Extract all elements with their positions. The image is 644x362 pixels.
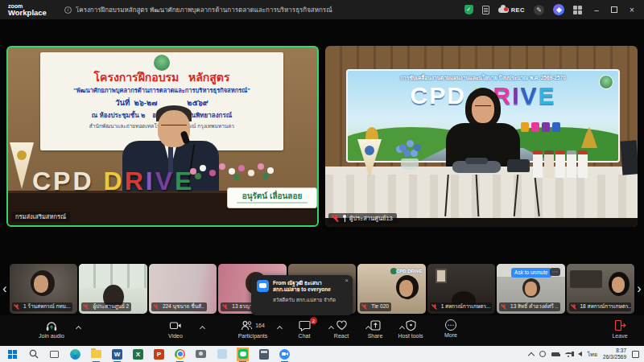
cloud-recording-icon: [498, 7, 509, 13]
more-button[interactable]: ⋯ More: [428, 319, 473, 338]
start-button[interactable]: [6, 348, 19, 360]
participant-name-label: กรมส่งเสริมสหกรณ์: [11, 212, 70, 222]
participant-thumbnail[interactable]: 224 นุชนาถ ชื่นสั..: [149, 264, 217, 314]
meeting-info-doc-icon[interactable]: [482, 6, 489, 14]
taskbar-clock[interactable]: 8:37 26/3/2569: [603, 348, 626, 360]
titlebar: zoom Workplace i โครงการฝึกอบรมหลักสูตร …: [0, 0, 644, 19]
muted-mic-icon: [154, 304, 159, 310]
muted-mic-icon: [223, 304, 229, 310]
excel-icon[interactable]: X: [132, 348, 144, 360]
ai-companion-icon[interactable]: [553, 4, 564, 15]
chrome-icon[interactable]: [174, 348, 186, 360]
chat-message-preview: สวัสดีครับ สกก.แม่สาย จำกัด: [273, 296, 347, 304]
main-video-coordinator[interactable]: การขับเคลื่อนงานตามแผนงานและนโยบาย ปีงบป…: [325, 46, 638, 227]
edge-icon[interactable]: [69, 348, 81, 360]
line-app-icon[interactable]: [237, 348, 249, 360]
participant-thumbnail[interactable]: ผู้ประสานศูนย์ 2: [79, 264, 147, 314]
info-icon[interactable]: i: [64, 6, 72, 14]
banner-letter: V: [521, 82, 539, 109]
main-video-speaker[interactable]: โครงการฝึกอบรม หลักสูตร "พัฒนาศักยภาพบุค…: [6, 46, 319, 227]
close-button[interactable]: ×: [626, 6, 638, 14]
cpd-department-logo: [154, 55, 170, 71]
speaker-glasses: [161, 125, 187, 130]
share-screen-icon: [369, 319, 382, 331]
volume-icon[interactable]: [578, 352, 582, 356]
heart-icon: [336, 319, 348, 331]
chevron-up-icon[interactable]: [76, 326, 81, 331]
time: 8:37: [616, 348, 626, 354]
titlebar-actions: ✓ REC ✎ – ×: [464, 0, 638, 19]
muted-mic-icon: [84, 304, 89, 310]
ask-to-unmute-button[interactable]: Ask to unmute: [511, 268, 551, 278]
desk-letter: D: [72, 167, 93, 195]
rec-dot: [504, 7, 508, 11]
coordinator-face: [472, 96, 494, 123]
word-icon[interactable]: W: [111, 348, 123, 360]
powerpoint-icon[interactable]: P: [153, 348, 165, 360]
maximize-button[interactable]: [611, 6, 617, 13]
banner-letter: C: [410, 82, 429, 109]
calculator-icon[interactable]: [258, 348, 270, 360]
laptop: [621, 140, 638, 175]
pin-icon: [342, 215, 347, 222]
desk-letter: D: [104, 167, 125, 195]
muted-mic-icon: [432, 304, 438, 310]
task-view-icon[interactable]: [48, 348, 60, 360]
banner-subtitle: "พัฒนาศักยภาพบุคลากรด้านการตลาดและการบริ…: [40, 85, 283, 95]
desk-letter: R: [125, 167, 146, 195]
participant-thumbnail[interactable]: 18 สหกรณ์การเกษตร...: [567, 264, 634, 314]
muted-mic-icon: [502, 304, 507, 310]
camera-icon: [169, 319, 182, 331]
cpd-logo-badge: [599, 75, 613, 89]
minimize-button[interactable]: –: [591, 6, 602, 14]
participant-thumbnail[interactable]: 1 สหกรณ์การเกษตร...: [427, 264, 495, 314]
tray-status-icon[interactable]: [539, 351, 546, 357]
banner-letter: E: [539, 82, 556, 109]
encryption-shield-icon[interactable]: ✓: [464, 5, 473, 14]
thumbnail-more-button[interactable]: ⋯: [550, 268, 560, 276]
filmstrip-prev-icon[interactable]: ‹: [0, 282, 10, 296]
language-indicator[interactable]: ไทย: [588, 350, 597, 359]
file-explorer-icon[interactable]: [90, 348, 102, 360]
notes-app-icon[interactable]: [216, 348, 228, 360]
battery-icon[interactable]: [551, 352, 559, 356]
participants-button[interactable]: 164 Participants: [230, 319, 275, 339]
participants-icon: [241, 319, 253, 331]
zoom-app-icon[interactable]: [279, 348, 291, 360]
annotate-pencil-icon[interactable]: ✎: [534, 5, 544, 15]
participant-thumbnail[interactable]: 1 ร้านสหกรณ์ กทม...: [10, 264, 77, 314]
join-audio-button[interactable]: Join audio: [29, 319, 74, 339]
banner-icon-tiles: [521, 122, 560, 132]
participant-count: 164: [255, 323, 265, 328]
camera-app-icon[interactable]: [195, 348, 207, 360]
chat-bubble-icon: [257, 280, 269, 292]
flower-decoration: [190, 168, 196, 175]
recording-indicator[interactable]: REC: [498, 6, 525, 14]
chat-from-line: From ณัฐวุฒิ ธะเสนา สกก.แม่สาย to everyo…: [273, 280, 347, 293]
notification-center-icon[interactable]: [632, 351, 639, 358]
leave-door-icon: [613, 319, 626, 331]
taskbar-apps: W X P: [6, 348, 291, 360]
muted-mic-icon: [572, 304, 577, 310]
search-icon[interactable]: [27, 348, 39, 360]
rec-label: REC: [511, 6, 525, 14]
flower-vase: [401, 158, 419, 170]
participant-name-label: ผู้ประสานศูนย์13: [328, 213, 397, 224]
logo-workplace-text: Workplace: [8, 9, 64, 17]
shield-icon: [405, 319, 417, 331]
hidden-icons-chevron[interactable]: [528, 352, 535, 358]
filmstrip-next-icon[interactable]: ›: [634, 282, 644, 296]
pennant-flag: [10, 142, 34, 189]
video-button[interactable]: Video: [153, 319, 198, 339]
leave-button[interactable]: Leave: [597, 319, 642, 339]
host-tools-button[interactable]: Host tools: [388, 319, 433, 339]
chat-notification-popup[interactable]: × From ณัฐวุฒิ ธะเสนา สกก.แม่สาย to ever…: [251, 275, 353, 315]
meeting-stage: โครงการฝึกอบรม หลักสูตร "พัฒนาศักยภาพบุค…: [0, 19, 644, 315]
chevron-up-icon[interactable]: [200, 326, 205, 331]
name-plate: อนุรัตน์ เลื่อนลอย: [227, 187, 317, 208]
milk-cartons: [533, 150, 588, 178]
participant-thumbnail[interactable]: Ask to unmute ⋯ 13 สิทธิ์ คำอวงค์ศรี ..: [497, 264, 564, 314]
apps-grid-icon[interactable]: [573, 6, 582, 14]
popup-close-icon[interactable]: ×: [345, 277, 349, 284]
participant-thumbnail[interactable]: CPD DRIVE Tle 020: [357, 264, 425, 314]
